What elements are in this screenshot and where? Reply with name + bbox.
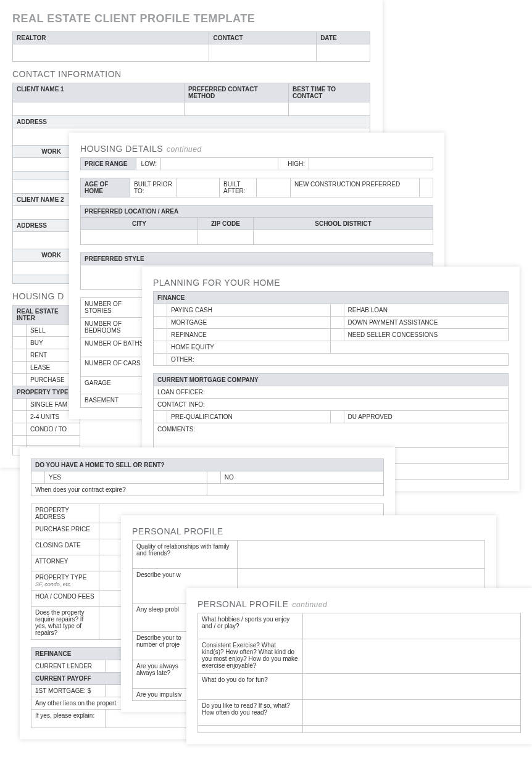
fin-cash: PAYING CASH: [167, 304, 331, 317]
fin-mortgage: MORTGAGE: [167, 317, 331, 329]
q-relationships: Quality of relationships with family and…: [133, 541, 238, 569]
q-exercise: Consistent Exercise? What kind(s)? How o…: [198, 639, 303, 674]
no-label: NO: [220, 471, 383, 484]
personal-table-2: What hobbies / sports you enjoy and / or…: [197, 613, 521, 733]
age-of-home-table: AGE OF HOME BUILT PRIOR TO: BUILT AFTER:…: [80, 178, 433, 197]
garage-label: GARAGE: [81, 377, 148, 394]
num-cars-label: NUMBER OF CARS: [81, 357, 148, 377]
q-fun: What do you do for fun?: [198, 674, 303, 700]
pre-qual-label: PRE-QUALIFICATION: [167, 411, 331, 423]
realtor-table: REALTOR CONTACT DATE: [12, 31, 370, 62]
realtor-header: REALTOR: [13, 32, 209, 44]
loan-officer-label: LOAN OFFICER:: [154, 386, 509, 399]
planning-heading: PLANNING FOR YOUR HOME: [153, 278, 509, 288]
built-prior-label: BUILT PRIOR TO:: [130, 178, 177, 197]
personal-profile-heading-2: PERSONAL PROFILEcontinued: [197, 599, 521, 609]
num-bedrooms-label: NUMBER OF BEDROOMS: [81, 318, 148, 338]
sell-rent-table: DO YOU HAVE A HOME TO SELL OR RENT? YES …: [31, 458, 384, 496]
hoa-fees: HOA / CONDO FEES: [31, 591, 99, 607]
prop-address: PROPERTY ADDRESS: [31, 504, 99, 523]
contact-header: CONTACT: [209, 32, 317, 44]
purchase-price: PURCHASE PRICE: [31, 523, 99, 539]
fin-other: OTHER:: [167, 354, 509, 366]
price-range-table: PRICE RANGE LOW: HIGH:: [80, 157, 433, 170]
zip-header: ZIP CODE: [198, 218, 254, 230]
prop-condo: CONDO / TO: [27, 423, 80, 436]
comments-label: COMMENTS:: [154, 423, 509, 448]
personal-profile-heading: PERSONAL PROFILE: [132, 526, 485, 536]
housing-details-heading: HOUSING DETAILScontinued: [80, 144, 433, 154]
school-header: SCHOOL DISTRICT: [254, 218, 433, 230]
fin-down: DOWN PAYMENT ASSISTANCE: [344, 317, 509, 329]
current-lender: CURRENT LENDER: [31, 660, 106, 673]
client-name-1-header: CLIENT NAME 1: [13, 83, 185, 102]
address-label: ADDRESS: [13, 116, 370, 128]
num-baths-label: NUMBER OF BATHS: [81, 338, 148, 357]
attorney: ATTORNEY: [31, 555, 99, 571]
finance-table: FINANCE PAYING CASH REHAB LOAN MORTGAGE …: [153, 291, 509, 366]
main-title: REAL ESTATE CLIENT PROFILE TEMPLATE: [12, 12, 370, 25]
fin-equity: HOME EQUITY: [167, 341, 331, 354]
location-table: PREFERRED LOCATION / AREA CITY ZIP CODE …: [80, 205, 433, 245]
repairs-q: Does the property require repairs? If ye…: [31, 607, 99, 640]
num-stories-label: NUMBER OF STORIES: [81, 298, 148, 318]
basement-label: BASEMENT: [81, 394, 148, 408]
q-read: Do you like to read? If so, what? How of…: [198, 700, 303, 726]
price-range-label: PRICE RANGE: [81, 158, 136, 170]
best-time-header: BEST TIME TO CONTACT: [289, 83, 370, 102]
low-label: LOW:: [136, 158, 161, 170]
contact-info-heading: CONTACT INFORMATION: [12, 69, 370, 79]
q-hobbies: What hobbies / sports you enjoy and / or…: [198, 613, 303, 639]
city-header: CITY: [81, 218, 198, 230]
mortgage-company-header: CURRENT MORTGAGE COMPANY: [154, 374, 509, 386]
new-construction-label: NEW CONSTRUCTION PREFERRED: [291, 178, 420, 197]
finance-header: FINANCE: [154, 292, 509, 304]
fin-rehab: REHAB LOAN: [344, 304, 509, 317]
yes-label: YES: [45, 471, 207, 484]
pref-location-label: PREFERRED LOCATION / AREA: [81, 205, 433, 218]
du-approved-label: DU APPROVED: [344, 411, 509, 423]
date-header: DATE: [317, 32, 370, 44]
first-mortgage: 1ST MORTGAGE: $: [31, 685, 106, 697]
pref-contact-header: PREFERRED CONTACT METHOD: [184, 83, 288, 102]
contract-expire: When does your contract expire?: [31, 484, 207, 496]
contact-info-label: CONTACT INFO:: [154, 399, 509, 411]
prop-type-cell: PROPERTY TYPESF, condo, etc.: [31, 571, 99, 591]
explain: If yes, please explain:: [31, 710, 106, 728]
fin-refinance: REFINANCE: [167, 329, 331, 341]
built-after-label: BUILT AFTER:: [220, 178, 257, 197]
closing-date: CLOSING DATE: [31, 539, 99, 555]
pref-style-label: PREFERRED STYLE: [81, 253, 433, 265]
numbers-table: NUMBER OF STORIES NUMBER OF BEDROOMS NUM…: [80, 297, 148, 408]
fin-concessions: NEED SELLER CONCESSIONS: [344, 329, 509, 341]
high-label: HIGH:: [278, 158, 309, 170]
sell-rent-q: DO YOU HAVE A HOME TO SELL OR RENT?: [31, 459, 384, 471]
page-6: PERSONAL PROFILEcontinued What hobbies /…: [186, 588, 532, 744]
age-home-label: AGE OF HOME: [81, 178, 130, 197]
